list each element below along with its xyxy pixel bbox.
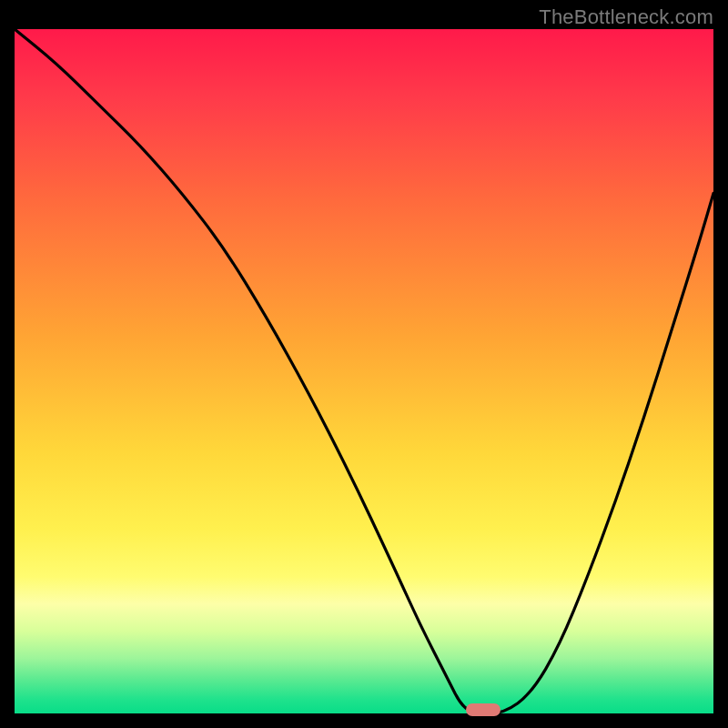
bottleneck-curve (15, 29, 713, 713)
optimal-marker (466, 703, 500, 716)
watermark-text: TheBottleneck.com (539, 5, 713, 29)
chart-frame (15, 29, 713, 713)
